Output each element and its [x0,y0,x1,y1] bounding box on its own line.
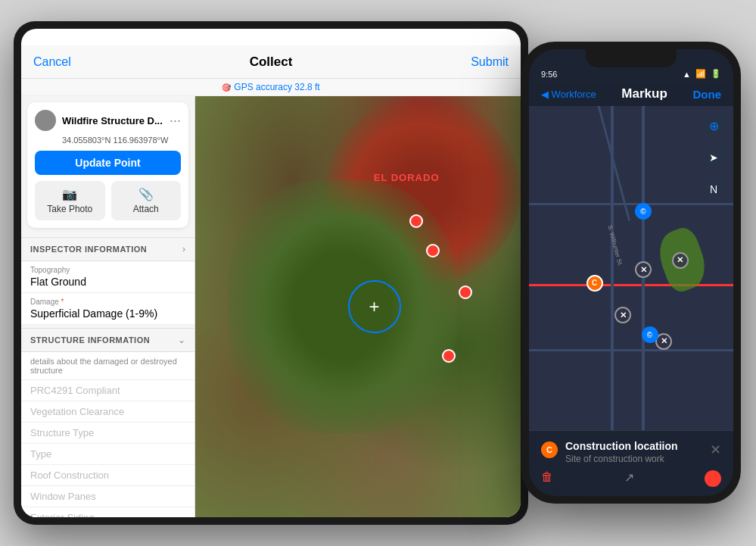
iphone-page-title: Markup [621,86,667,101]
point-avatar [35,110,56,131]
iphone-pin-blue-2[interactable]: © [642,326,658,343]
map-pin-4[interactable] [442,349,456,363]
gps-label: GPS accuracy 32.8 ft [234,82,319,92]
iphone-pin-x-4[interactable]: ✕ [672,252,689,269]
page-title: Collect [250,55,293,70]
attach-icon: 📎 [138,187,154,201]
ipad-navbar: Cancel Collect Submit [21,45,521,79]
ipad-content: Wildfire Structure D... ··· 34.055803°N … [21,96,521,517]
topography-label: Topography [30,266,185,274]
attach-button[interactable]: 📎 Attach [111,181,182,220]
card-dot: C [541,441,558,458]
point-actions: 📷 Take Photo 📎 Attach [35,181,181,220]
iphone-navbar: ◀ Workforce Markup Done [529,82,733,106]
iphone-map[interactable]: S. Wilhunter St. C © ✕ ✕ ✕ © ✕ ⊕ ➤ N [529,106,733,430]
attach-label: Attach [133,204,159,214]
card-subtitle: Site of construction work [565,454,702,464]
vegetation-field: Vegetation Clearance [21,401,194,423]
point-card-header: Wildfire Structure D... ··· [35,110,181,131]
damage-label: Damage * [30,298,185,306]
ipad-screen: Cancel Collect Submit 🎯 GPS accuracy 32.… [21,29,521,517]
iphone-screen: 9:56 ▲ 📶 🔋 ◀ Workforce Markup Done [529,49,733,496]
road-horizontal-3 [529,349,733,351]
structure-description: details about the damaged or destroyed s… [21,352,194,380]
siding-field: Exterior Siding [21,507,194,517]
iphone-time: 9:56 [541,70,557,79]
prc-field: PRC4291 Compliant [21,380,194,401]
update-point-button[interactable]: Update Point [35,151,181,175]
signal-icon: ▲ [683,70,691,79]
iphone-pin-orange-1[interactable]: C [586,275,603,292]
gps-bar: 🎯 GPS accuracy 32.8 ft [21,79,521,96]
scene: Cancel Collect Submit 🎯 GPS accuracy 32.… [0,0,756,546]
battery-icon: 🔋 [711,69,721,79]
layers-button[interactable]: ⊕ [702,114,726,138]
iphone-pin-x-1[interactable]: ✕ [614,307,631,323]
card-close-button[interactable]: ✕ [710,441,721,458]
iphone-device: 9:56 ▲ 📶 🔋 ◀ Workforce Markup Done [521,42,741,504]
roof-label: Roof Construction [30,470,185,481]
submit-button[interactable]: Submit [471,55,509,69]
more-icon[interactable]: ··· [170,113,181,129]
structure-section-title: STRUCTURE INFORMATION [30,335,150,345]
take-photo-button[interactable]: 📷 Take Photo [35,181,105,220]
iphone-back-button[interactable]: ◀ Workforce [541,89,596,100]
iphone-notch [586,49,677,67]
roof-field: Roof Construction [21,465,194,486]
ipad-panel: Wildfire Structure D... ··· 34.055803°N … [21,96,195,517]
map-pin-2[interactable] [409,214,423,228]
vegetation-label: Vegetation Clearance [30,406,185,417]
topography-field: Topography Flat Ground [21,261,194,293]
take-photo-label: Take Photo [47,204,92,214]
map-pin-3[interactable] [459,285,472,299]
road-horizontal-1 [529,284,733,286]
wifi-icon: 📶 [695,69,706,79]
cancel-button[interactable]: Cancel [33,55,71,69]
iphone-pin-blue-1[interactable]: © [635,203,652,220]
iphone-status-icons: ▲ 📶 🔋 [683,69,721,79]
share-icon[interactable]: ↗ [624,470,634,487]
gps-icon: 🎯 [222,83,231,92]
crosshair-circle: + [348,280,401,333]
ipad-device: Cancel Collect Submit 🎯 GPS accuracy 32.… [14,21,528,525]
ipad-map[interactable]: EL DORADO + [195,96,521,517]
type-field: Type [21,444,194,465]
compass-icon: N [702,177,726,201]
iphone-done-button[interactable]: Done [692,88,721,101]
card-actions: 🗑 ↗ [541,464,721,487]
window-field: Window Panes [21,486,194,507]
map-background: EL DORADO + [195,96,521,517]
camera-icon: 📷 [62,187,77,201]
window-label: Window Panes [30,491,185,502]
type-label: Type [30,448,185,460]
iphone-pin-x-3[interactable]: ✕ [635,261,652,278]
structure-section-header[interactable]: STRUCTURE INFORMATION ⌄ [21,328,194,352]
prc-label: PRC4291 Compliant [30,385,185,396]
structure-type-field: Structure Type [21,423,194,444]
point-card: Wildfire Structure D... ··· 34.055803°N … [27,102,188,228]
damage-field: Damage * Superficial Damage (1-9%) [21,293,194,325]
map-crosshair: + [348,280,401,333]
inspector-section-header[interactable]: INSPECTOR INFORMATION › [21,237,194,261]
delete-icon[interactable]: 🗑 [541,470,553,487]
damage-value: Superficial Damage (1-9%) [30,307,185,320]
crosshair-plus: + [369,296,379,317]
map-pin-1[interactable] [426,244,440,257]
structure-type-label: Structure Type [30,427,185,438]
iphone-status-bar: 9:56 ▲ 📶 🔋 [529,67,733,82]
inspector-section-title: INSPECTOR INFORMATION [30,245,147,254]
chevron-down-icon: ⌄ [178,335,185,345]
card-content: C Construction locatiion Site of constru… [541,440,721,464]
road-label: S. Wilhunter St. [607,224,624,267]
point-coords: 34.055803°N 116.963978°W [62,136,181,145]
direction-icon: ➤ [702,145,726,170]
road-horizontal-2 [529,203,733,205]
chevron-right-icon: › [182,244,185,254]
card-text: Construction locatiion Site of construct… [565,440,702,464]
card-title: Construction locatiion [565,440,702,452]
siding-label: Exterior Siding [30,512,185,517]
point-name: Wildfire Structure D... [62,115,170,126]
iphone-bottom-card: C Construction locatiion Site of constru… [529,430,733,496]
map-label: EL DORADO [374,172,440,183]
record-button[interactable] [705,470,721,487]
